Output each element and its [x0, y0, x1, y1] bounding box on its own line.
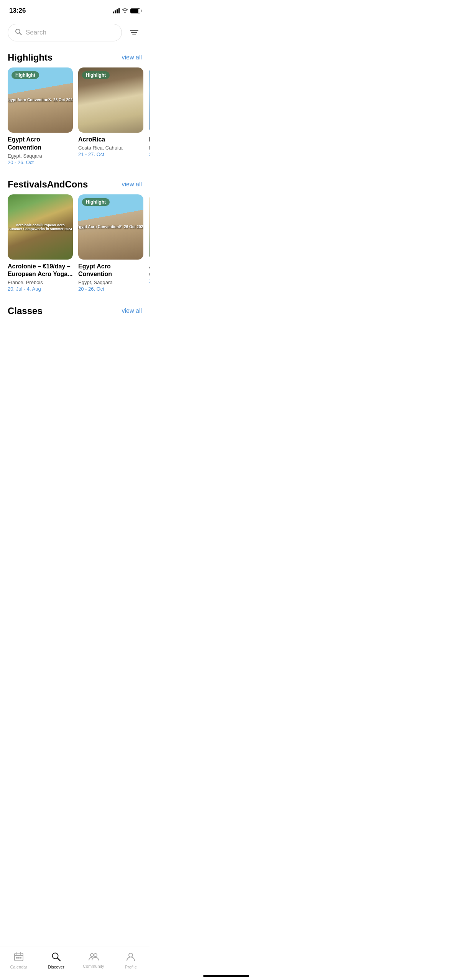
- festival-card-egypt-img: Highlight: [78, 194, 143, 260]
- content-area: Search Highlights view all Highlight Egy…: [0, 19, 150, 359]
- festival-egypt-name: Egypt Acro Convention: [78, 263, 143, 279]
- filter-line-1: [130, 30, 138, 31]
- festivals-title: FestivalsAndCons: [8, 179, 88, 190]
- highlight-acorica-date: 21 - 27. Oct: [78, 151, 143, 157]
- filter-line-2: [131, 32, 137, 33]
- highlight-card-egypt[interactable]: Highlight Egypt Acro Convention Egypt, S…: [8, 67, 73, 165]
- highlights-title: Highlights: [8, 52, 53, 63]
- festival-card-acrolonie[interactable]: Acrolonie – €19/day – European Acro Yoga…: [8, 194, 73, 292]
- highlight-card-acorica-img: Highlight: [78, 67, 143, 133]
- highlight-acorica-location: Costa Rica, Cahuita: [78, 145, 143, 151]
- highlight-egypt-name: Egypt Acro Convention: [8, 136, 73, 152]
- festival-badge-egypt: Highlight: [82, 198, 110, 206]
- highlight-mac-location: Malta, G...: [149, 145, 150, 151]
- festival-acrosofia-name: Acrosofia Festival...: [149, 263, 150, 271]
- battery-icon: [130, 8, 140, 13]
- festival-egypt-date: 20 - 26. Oct: [78, 286, 143, 292]
- wifi-icon: [122, 8, 128, 14]
- search-bar[interactable]: Search: [8, 24, 122, 41]
- highlights-header: Highlights view all: [0, 46, 150, 67]
- status-time: 13:26: [9, 7, 26, 15]
- highlight-mac-name: MAC - Acro C...: [149, 136, 150, 144]
- festivals-cards-scroll[interactable]: Acrolonie – €19/day – European Acro Yoga…: [0, 194, 150, 300]
- search-placeholder: Search: [26, 29, 46, 36]
- filter-line-3: [132, 35, 136, 35]
- highlight-mac-date: 25 - 29...: [149, 151, 150, 157]
- festival-card-acrosofia-img: [149, 194, 150, 260]
- festival-acrolonie-date: 20. Jul - 4. Aug: [8, 286, 73, 292]
- highlight-card-mac-img: Highlight: [149, 67, 150, 133]
- festival-card-acrolonie-img: [8, 194, 73, 260]
- highlight-card-mac[interactable]: Highlight MAC - Acro C... Malta, G... 25…: [149, 67, 150, 165]
- festival-card-acrosofia[interactable]: Acrosofia Festival... German... 1 - 4. A…: [149, 194, 150, 292]
- highlight-acorica-name: AcroRica: [78, 136, 143, 144]
- highlights-view-all[interactable]: view all: [122, 54, 142, 61]
- search-icon: [15, 28, 22, 37]
- festivals-header: FestivalsAndCons view all: [0, 173, 150, 194]
- festival-egypt-location: Egypt, Saqqara: [78, 280, 143, 285]
- highlight-egypt-date: 20 - 26. Oct: [8, 159, 73, 165]
- highlight-egypt-location: Egypt, Saqqara: [8, 153, 73, 159]
- classes-view-all[interactable]: view all: [122, 307, 142, 314]
- classes-title: Classes: [8, 306, 43, 316]
- highlight-badge-egypt: Highlight: [12, 71, 39, 79]
- festival-acrosofia-date: 1 - 4. Au...: [149, 278, 150, 284]
- status-icons: [113, 8, 140, 14]
- classes-header: Classes view all: [0, 299, 150, 321]
- festival-acrolonie-name: Acrolonie – €19/day – European Acro Yoga…: [8, 263, 73, 279]
- filter-button[interactable]: [127, 25, 142, 40]
- highlight-card-acorica[interactable]: Highlight AcroRica Costa Rica, Cahuita 2…: [78, 67, 143, 165]
- search-container: Search: [0, 19, 150, 46]
- festival-card-egypt[interactable]: Highlight Egypt Acro Convention Egypt, S…: [78, 194, 143, 292]
- festival-acrosofia-location: German...: [149, 271, 150, 277]
- status-bar: 13:26: [0, 0, 150, 19]
- highlight-card-egypt-img: Highlight: [8, 67, 73, 133]
- signal-icon: [113, 8, 120, 13]
- festival-acrolonie-location: France, Prébois: [8, 280, 73, 285]
- highlights-cards-scroll[interactable]: Highlight Egypt Acro Convention Egypt, S…: [0, 67, 150, 173]
- festivals-view-all[interactable]: view all: [122, 181, 142, 188]
- svg-line-1: [20, 33, 21, 35]
- highlight-badge-acorica: Highlight: [82, 71, 110, 79]
